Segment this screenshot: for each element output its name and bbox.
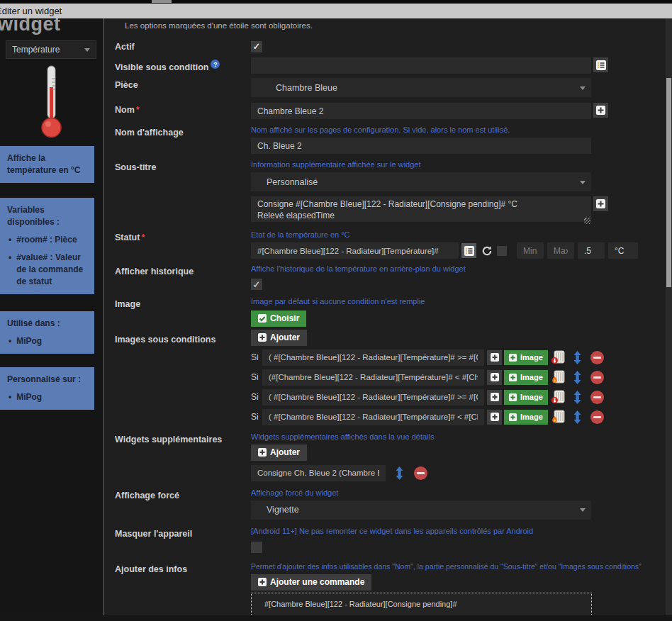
plus-icon <box>596 199 605 208</box>
condition-image-button[interactable]: Image <box>504 410 548 425</box>
scrollbar-thumb[interactable] <box>666 78 671 287</box>
piece-value: Chambre Bleue <box>251 83 337 93</box>
remove-condition-button[interactable] <box>590 351 604 364</box>
used-in-item: MiPog <box>7 335 87 347</box>
top-edge-artifact <box>152 0 172 3</box>
widget-description-box: Affiche la température en °C <box>0 146 94 183</box>
move-updown-icon[interactable] <box>573 351 582 364</box>
affichage-force-hint: Affichage forcé du widget <box>251 488 672 497</box>
field-nom: Nom* <box>104 103 672 119</box>
visible-condition-list-button[interactable] <box>593 57 608 72</box>
condition-add-button[interactable] <box>487 390 502 405</box>
checkbox-icon <box>258 314 267 323</box>
widget-form: Les options marquées d'une étoile sont o… <box>103 18 672 621</box>
customized-on-title: Personnalisé sur : <box>7 374 87 386</box>
image-choose-label: Choisir <box>270 313 299 323</box>
widgets-supp-item-input[interactable] <box>251 465 386 481</box>
field-images-conditions: Images sous conditions Ajouter Si Image <box>104 330 672 425</box>
sous-titre-select[interactable]: Personnalisé <box>251 172 591 191</box>
nom-affichage-input[interactable] <box>251 138 591 154</box>
remove-condition-button[interactable] <box>590 391 604 404</box>
statut-step-input[interactable] <box>578 242 605 259</box>
statut-max-input[interactable] <box>547 242 574 259</box>
image-label: Image <box>104 297 251 327</box>
remove-condition-button[interactable] <box>590 410 604 424</box>
images-conditions-add-button[interactable]: Ajouter <box>251 330 307 346</box>
field-nom-affichage: Nom d'affichage Nom affiché sur les page… <box>104 125 672 154</box>
nom-input[interactable] <box>251 103 591 119</box>
nom-affichage-hint: Nom affiché sur les pages de configurati… <box>251 125 672 134</box>
chevron-down-icon <box>580 181 586 184</box>
condition-image-button[interactable]: Image <box>504 390 548 405</box>
move-updown-icon[interactable] <box>573 371 582 384</box>
sous-titre-hint: Information supplémentaire affichée sur … <box>251 160 672 169</box>
sous-titre-label: Sous-titre <box>104 160 251 225</box>
condition-image-button[interactable]: Image <box>504 370 548 385</box>
sous-titre-textarea[interactable] <box>251 196 591 222</box>
visible-condition-label: Visible sous condition <box>115 62 208 72</box>
sous-titre-add-button[interactable] <box>593 196 608 211</box>
condition-add-button[interactable] <box>487 370 502 385</box>
required-asterisk: * <box>141 233 145 242</box>
actif-checkbox[interactable]: ✓ <box>251 41 262 52</box>
nom-add-button[interactable] <box>593 103 608 118</box>
masquer-checkbox[interactable] <box>251 542 262 553</box>
statut-label: Statut <box>115 233 140 242</box>
statut-checkbox[interactable] <box>497 246 507 256</box>
condition-row: Si Image <box>251 349 672 366</box>
used-in-box: Utilisé dans : MiPog <box>0 311 94 354</box>
field-widgets-supp: Widgets supplémentaires Widgets suppléme… <box>104 432 672 481</box>
widget-type-select[interactable]: Température <box>6 40 96 59</box>
statut-refresh-button[interactable] <box>479 243 494 258</box>
condition-add-button[interactable] <box>487 410 502 425</box>
infos-add-command-button[interactable]: Ajouter une commande <box>251 574 371 591</box>
customized-on-item: MiPog <box>7 391 87 403</box>
condition-image-button[interactable]: Image <box>504 350 548 365</box>
piece-select[interactable]: Chambre Bleue <box>251 78 591 97</box>
affichage-force-value: Vignette <box>251 505 299 515</box>
si-label: Si <box>251 392 262 402</box>
infos-hint: Permet d'ajouter des infos utilisables d… <box>251 562 672 571</box>
condition-input[interactable] <box>262 349 484 366</box>
move-updown-icon[interactable] <box>395 466 404 480</box>
historique-label: Afficher historique <box>104 264 251 291</box>
affichage-force-select[interactable]: Vignette <box>251 500 591 520</box>
field-historique: Afficher historique Affiche l'historique… <box>104 264 672 291</box>
images-conditions-add-label: Ajouter <box>270 332 300 342</box>
resize-handle[interactable] <box>584 218 590 224</box>
statut-hint: Etat de la température en °C <box>251 230 672 239</box>
condition-input[interactable] <box>262 369 484 386</box>
condition-input[interactable] <box>262 389 484 405</box>
condition-row: Si Image <box>251 409 672 425</box>
sidebar-heading: widget <box>0 18 103 35</box>
statut-command-input[interactable] <box>251 242 459 259</box>
statut-unit-input[interactable] <box>608 242 638 259</box>
remove-condition-button[interactable] <box>590 371 604 384</box>
widget-type-value: Température <box>12 45 60 55</box>
remove-widget-button[interactable] <box>414 466 427 480</box>
si-label: Si <box>251 372 262 382</box>
affichage-force-label: Affichage forcé <box>104 488 251 520</box>
field-piece: Pièce Chambre Bleue <box>104 78 672 97</box>
statut-min-input[interactable] <box>517 242 544 259</box>
image-choose-button[interactable]: Choisir <box>251 310 306 327</box>
visible-condition-input[interactable] <box>251 57 591 74</box>
statut-list-button[interactable] <box>461 243 476 258</box>
condition-input[interactable] <box>262 409 484 425</box>
nom-affichage-label: Nom d'affichage <box>104 125 251 154</box>
field-image: Image Image par défaut si aucune conditi… <box>104 297 672 327</box>
move-updown-icon[interactable] <box>573 410 582 424</box>
condition-add-button[interactable] <box>487 350 502 365</box>
bottom-edge <box>0 615 672 621</box>
piece-label: Pièce <box>104 78 251 97</box>
help-icon[interactable]: ? <box>211 60 220 69</box>
widgets-supp-add-button[interactable]: Ajouter <box>251 444 307 461</box>
widget-description: Affiche la température en °C <box>7 153 81 175</box>
infos-add-command-label: Ajouter une commande <box>270 577 364 587</box>
used-in-title: Utilisé dans : <box>7 318 87 330</box>
historique-checkbox[interactable]: ✓ <box>251 279 262 290</box>
plus-icon <box>509 374 517 381</box>
vertical-scrollbar[interactable] <box>666 18 672 621</box>
field-visible-condition: Visible sous condition? <box>104 57 672 74</box>
move-updown-icon[interactable] <box>573 391 582 404</box>
